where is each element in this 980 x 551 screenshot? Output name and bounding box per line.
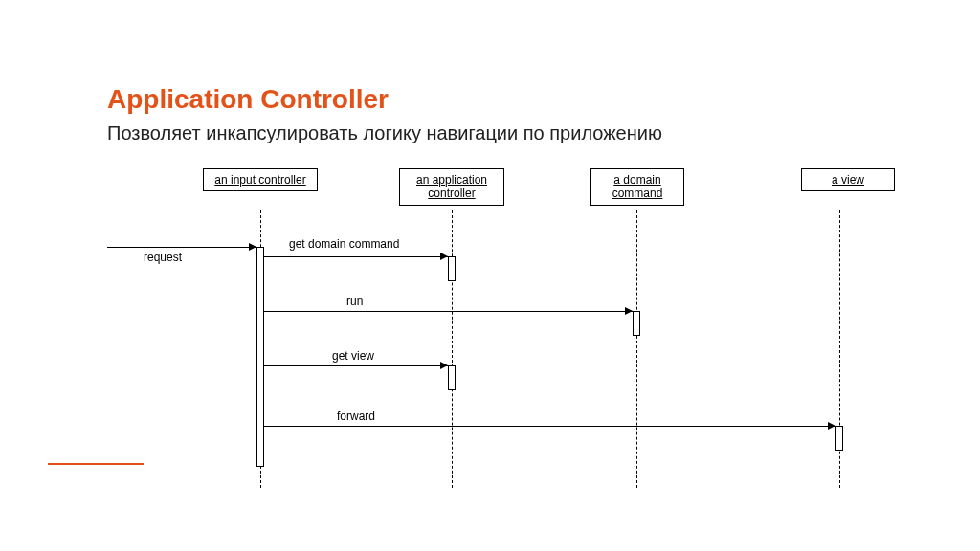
participant-input-controller: an input controller [203, 168, 318, 191]
label-forward: forward [337, 409, 375, 423]
participant-label-line1: a domain [597, 173, 678, 187]
participant-label-line2: command [597, 187, 678, 200]
lifeline-application-controller [452, 210, 453, 488]
arrow-head-icon [828, 422, 835, 430]
decorative-accent-line [48, 463, 144, 465]
label-request: request [144, 251, 182, 264]
arrow-head-icon [440, 362, 448, 369]
label-get-domain-command: get domain command [289, 237, 399, 251]
arrow-head-icon [440, 253, 448, 260]
arrow-run [264, 311, 633, 312]
slide-title: Application Controller [107, 84, 389, 115]
sequence-diagram: an input controller an application contr… [107, 163, 902, 488]
slide-subtitle: Позволяет инкапсулировать логику навигац… [107, 122, 662, 144]
participant-view: a view [801, 168, 895, 191]
activation-input-controller [256, 247, 264, 467]
arrow-get-view [264, 365, 448, 366]
arrow-get-domain-command [264, 256, 448, 257]
label-get-view: get view [332, 349, 374, 363]
label-run: run [346, 295, 363, 308]
arrow-head-icon [625, 307, 633, 315]
participant-domain-command: a domain command [590, 168, 684, 206]
participant-label-line2: controller [406, 187, 498, 200]
activation-app-controller-1 [448, 256, 456, 281]
arrow-head-icon [249, 243, 256, 251]
activation-view [835, 426, 843, 451]
arrow-request [107, 247, 256, 248]
lifeline-domain-command [636, 210, 637, 488]
activation-app-controller-2 [448, 365, 456, 390]
participant-application-controller: an application controller [399, 168, 504, 206]
arrow-forward [264, 426, 835, 427]
activation-domain-command [633, 311, 640, 336]
participant-label-line1: an application [406, 173, 498, 187]
